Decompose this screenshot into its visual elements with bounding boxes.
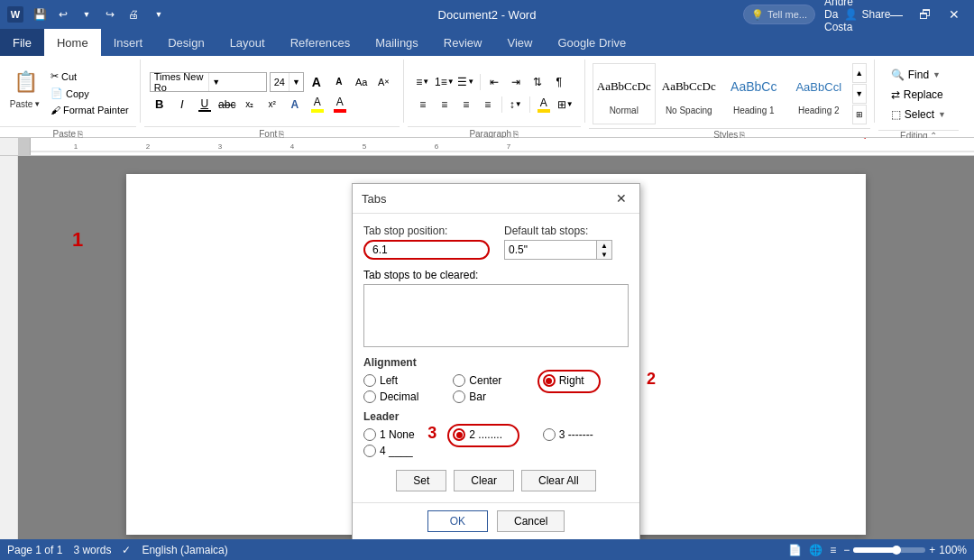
font-size-select[interactable]: 24 ▼	[270, 72, 304, 92]
shading-button[interactable]: A	[534, 95, 554, 115]
proofing-icon: ✓	[122, 544, 131, 556]
superscript-button[interactable]: x²	[262, 95, 282, 115]
align-left-button[interactable]: ≡	[413, 95, 433, 115]
styles-more-button[interactable]: ⊞	[852, 105, 867, 124]
align-right-button[interactable]: ≡	[456, 95, 476, 115]
strikethrough-button[interactable]: abc	[217, 95, 237, 115]
ok-button[interactable]: OK	[427, 510, 488, 532]
alignment-center[interactable]: Center	[453, 374, 538, 387]
spinner-up[interactable]: ▲	[597, 241, 611, 250]
subscript-button[interactable]: x₂	[240, 95, 260, 115]
paragraph-group-content: ≡▼ 1≡▼ ☰▼ ⇤ ⇥ ⇅ ¶ ≡ ≡ ≡ ≡ ↕▼	[408, 60, 581, 126]
tab-home[interactable]: Home	[44, 29, 101, 56]
undo-quick-btn[interactable]: ↩	[52, 4, 74, 25]
borders-button[interactable]: ⊞▼	[556, 95, 575, 115]
font-family-select[interactable]: Times New Ro ▼	[150, 72, 267, 92]
zoom-in-btn[interactable]: +	[929, 544, 935, 556]
show-marks-button[interactable]: ¶	[549, 72, 569, 92]
save-quick-btn[interactable]: 💾	[29, 4, 51, 25]
numbering-button[interactable]: 1≡▼	[435, 72, 455, 92]
align-center-button[interactable]: ≡	[435, 95, 455, 115]
paste-button[interactable]: 📋 Paste▼	[5, 63, 45, 123]
styles-scroll-down[interactable]: ▼	[852, 84, 867, 104]
zoom-slider[interactable]	[853, 547, 925, 553]
minimize-button[interactable]: —	[884, 2, 909, 27]
print-quick-btn[interactable]: 🖨	[123, 4, 144, 25]
tab-insert[interactable]: Insert	[101, 29, 156, 56]
alignment-left[interactable]: Left	[363, 374, 449, 387]
alignment-bar[interactable]: Bar	[453, 390, 538, 403]
shrink-font-button[interactable]: A	[329, 72, 349, 92]
tab-references[interactable]: References	[278, 29, 363, 56]
sort-button[interactable]: ⇅	[528, 72, 547, 92]
style-no-spacing[interactable]: AaBbCcDc No Spacing	[657, 63, 721, 124]
tab-layout[interactable]: Layout	[217, 29, 278, 56]
tab-review[interactable]: Review	[431, 29, 495, 56]
restore-button[interactable]: 🗗	[913, 2, 938, 27]
format-painter-button[interactable]: 🖌 Format Painter	[49, 104, 131, 116]
dialog-close-button[interactable]: ✕	[612, 189, 630, 207]
view-outline-icon[interactable]: ≡	[830, 544, 836, 556]
para-divider-2	[501, 96, 502, 113]
tab-stop-position-input[interactable]	[363, 240, 490, 260]
copy-button[interactable]: 📄 Copy	[49, 87, 131, 100]
decrease-indent-button[interactable]: ⇤	[484, 72, 504, 92]
close-button[interactable]: ✕	[942, 2, 967, 27]
styles-scroll-up[interactable]: ▲	[852, 63, 867, 83]
cancel-button[interactable]: Cancel	[497, 510, 565, 532]
undo-dropdown-btn[interactable]: ▼	[76, 4, 97, 25]
spinner-down[interactable]: ▼	[597, 250, 611, 259]
tab-design[interactable]: Design	[155, 29, 216, 56]
justify-button[interactable]: ≡	[478, 95, 498, 115]
zoom-slider-thumb[interactable]	[892, 546, 901, 555]
tab-mailings[interactable]: Mailings	[363, 29, 431, 56]
grow-font-button[interactable]: A	[307, 72, 326, 92]
alignment-decimal-label: Decimal	[380, 390, 418, 403]
leader-dashes[interactable]: 3 -------	[543, 428, 629, 441]
share-button[interactable]: 👤 Share	[855, 2, 880, 27]
text-effects-button[interactable]: A	[285, 95, 305, 115]
tab-view[interactable]: View	[494, 29, 545, 56]
leader-underline[interactable]: 4 ____	[363, 445, 449, 457]
style-heading1[interactable]: AaBbCc Heading 1	[722, 63, 786, 124]
case-button[interactable]: Aa	[352, 72, 372, 92]
tab-google-drive-label: Google Drive	[557, 36, 626, 50]
customize-quick-btn[interactable]: ▼	[148, 4, 170, 25]
tab-stop-input-wrapper	[363, 240, 490, 260]
multilevel-list-button[interactable]: ☰▼	[456, 72, 476, 92]
clear-button[interactable]: Clear	[454, 470, 514, 491]
font-color-button[interactable]: A	[330, 95, 350, 115]
italic-button[interactable]: I	[172, 95, 192, 115]
line-spacing-button[interactable]: ↕▼	[506, 95, 526, 115]
set-button[interactable]: Set	[396, 470, 446, 491]
leader-dots[interactable]: 2 ........ 3	[453, 428, 538, 441]
redo-quick-btn[interactable]: ↪	[99, 4, 121, 25]
alignment-decimal[interactable]: Decimal	[363, 390, 449, 403]
increase-indent-button[interactable]: ⇥	[506, 72, 526, 92]
document-canvas[interactable]: 1 Tabs ✕ Tab stop position:	[18, 156, 974, 539]
clear-all-button[interactable]: Clear All	[521, 470, 596, 491]
tabs-dialog[interactable]: Tabs ✕ Tab stop position:	[352, 183, 640, 539]
document-page[interactable]: 1 Tabs ✕ Tab stop position:	[126, 174, 866, 535]
zoom-out-btn[interactable]: −	[843, 544, 850, 556]
default-tab-stop-input[interactable]	[505, 241, 596, 259]
tell-me-box[interactable]: 💡 Tell me...	[743, 5, 815, 24]
tab-stops-listbox[interactable]	[363, 284, 629, 347]
tab-google-drive[interactable]: Google Drive	[545, 29, 639, 56]
tab-file[interactable]: File	[0, 29, 44, 56]
style-normal[interactable]: AaBbCcDc Normal	[593, 63, 656, 124]
style-heading2[interactable]: AaBbCcl Heading 2	[787, 63, 850, 124]
bullets-button[interactable]: ≡▼	[413, 72, 433, 92]
cut-button[interactable]: ✂ Cut	[49, 69, 131, 83]
select-button[interactable]: ⬚ Select ▼	[887, 106, 950, 123]
underline-button[interactable]: U	[195, 95, 215, 115]
highlight-button[interactable]: A	[308, 95, 327, 115]
clear-format-button[interactable]: A✕	[374, 72, 394, 92]
replace-button[interactable]: ⇄ Replace	[887, 87, 950, 103]
bold-button[interactable]: B	[150, 95, 170, 115]
ruler-body[interactable]: 1 2 3 4 5 6 7	[31, 138, 974, 155]
view-print-icon[interactable]: 📄	[788, 544, 802, 556]
alignment-right[interactable]: Right 2	[543, 374, 629, 387]
find-button[interactable]: 🔍 Find ▼	[887, 67, 950, 83]
view-web-icon[interactable]: 🌐	[809, 544, 822, 556]
